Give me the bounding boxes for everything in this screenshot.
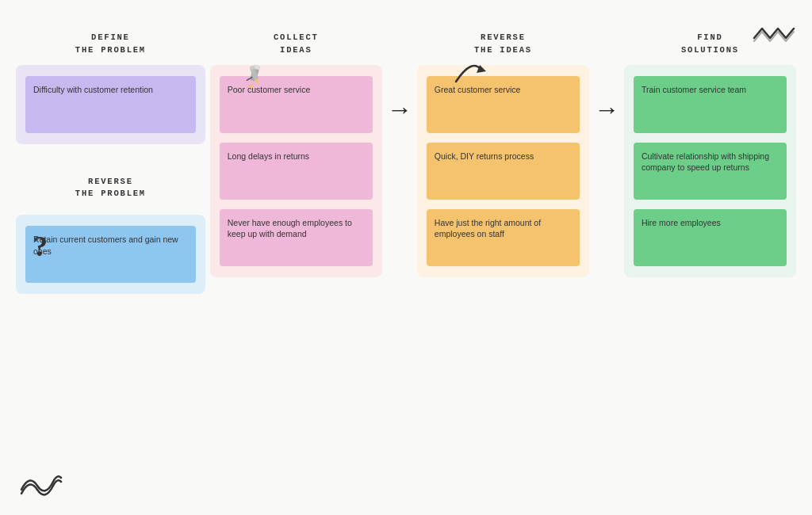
col1-top-title: DEFINE THE PROBLEM <box>75 32 146 57</box>
sticky-retain-customers: Retain current customers and gain new on… <box>25 226 196 283</box>
sticky-cultivate-shipping: Cultivate relationship with shipping com… <box>634 143 787 200</box>
col4-title: FIND SOLUTIONS <box>681 32 739 57</box>
sticky-long-delays: Long delays in returns <box>220 143 373 200</box>
col2-title: COLLECT IDEAS <box>274 32 319 57</box>
sticky-right-employees: Have just the right amount of employees … <box>427 209 580 266</box>
reverse-ideas-panel: Great customer service Quick, DIY return… <box>417 65 589 277</box>
arrow-collect-to-reverse: → <box>387 32 412 124</box>
sticky-not-enough-employees: Never have enough employees to keep up w… <box>220 209 373 266</box>
question-mark-icon: ? <box>33 230 48 263</box>
collect-panel: Poor customer service Long delays in ret… <box>210 65 382 277</box>
sticky-great-service: Great customer service <box>427 76 580 133</box>
sticky-train-team: Train customer service team <box>634 76 787 133</box>
sticky-hire-employees: Hire more employees <box>634 209 787 266</box>
sticky-poor-customer-service: Poor customer service <box>220 76 373 133</box>
column-collect: COLLECT IDEAS Poor customer service Long… <box>210 32 382 277</box>
column-solutions: FIND SOLUTIONS Train customer service te… <box>624 32 796 277</box>
col3-title: REVERSE THE IDEAS <box>474 32 532 57</box>
define-panel: Difficulty with customer retention <box>16 65 205 144</box>
col1-bottom-title: REVERSE THE PROBLEM <box>75 176 146 201</box>
sticky-difficulty-retention: Difficulty with customer retention <box>25 76 196 133</box>
arrow-reverse-to-solutions: → <box>594 32 619 124</box>
solutions-panel: Train customer service team Cultivate re… <box>624 65 796 277</box>
sticky-diy-returns: Quick, DIY returns process <box>427 143 580 200</box>
columns-wrapper: DEFINE THE PROBLEM Difficulty with custo… <box>16 24 796 491</box>
column-reverse-ideas: REVERSE THE IDEAS Great customer service… <box>417 32 589 277</box>
canvas: ? DEFINE THE PROBLEM <box>0 0 812 515</box>
